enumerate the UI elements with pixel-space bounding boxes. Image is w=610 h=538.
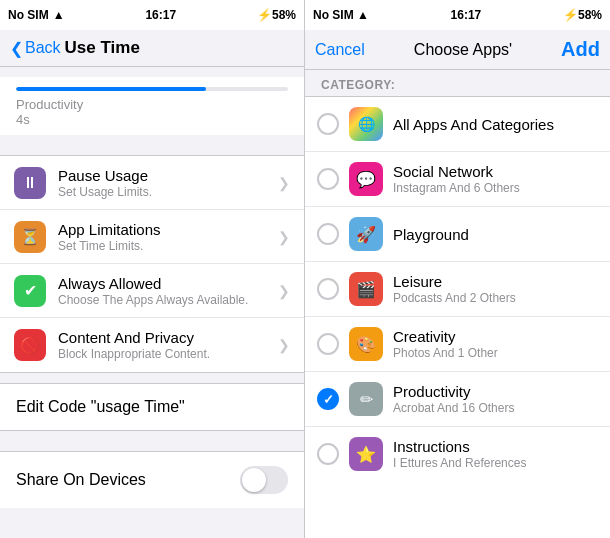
cancel-button[interactable]: Cancel — [315, 41, 365, 59]
left-battery: ⚡58% — [257, 8, 296, 22]
app-limitations-title: App Limitations — [58, 221, 278, 238]
chevron-left-icon: ❮ — [10, 39, 23, 58]
pause-usage-title: Pause Usage — [58, 167, 278, 184]
menu-section: ⏸ Pause Usage Set Usage Limits. ❯ ⏳ App … — [0, 155, 304, 373]
progress-track — [16, 87, 288, 91]
productivity-icon: ✏ — [349, 382, 383, 416]
creativity-icon: 🎨 — [349, 327, 383, 361]
share-devices-label: Share On Devices — [16, 471, 146, 489]
content-privacy-item[interactable]: 🚫 Content And Privacy Block Inappropriat… — [0, 318, 304, 372]
playground-title: Playground — [393, 226, 598, 243]
all-apps-text: All Apps And Categories — [393, 116, 598, 133]
right-panel: No SIM ▲ 16:17 ⚡58% Cancel Choose Apps' … — [305, 0, 610, 538]
app-limitations-item[interactable]: ⏳ App Limitations Set Time Limits. ❯ — [0, 210, 304, 264]
instructions-subtitle: I Ettures And References — [393, 456, 598, 470]
all-apps-title: All Apps And Categories — [393, 116, 598, 133]
no-sim-label: No SIM — [8, 8, 49, 22]
pause-usage-text: Pause Usage Set Usage Limits. — [58, 167, 278, 199]
right-status-right: ⚡58% — [563, 8, 602, 22]
app-limitations-icon: ⏳ — [14, 221, 46, 253]
always-allowed-icon: ✔ — [14, 275, 46, 307]
radio-leisure[interactable] — [317, 278, 339, 300]
category-leisure[interactable]: 🎬 Leisure Podcasts And 2 Others — [305, 262, 610, 317]
social-network-subtitle: Instagram And 6 Others — [393, 181, 598, 195]
left-status-left: No SIM ▲ — [8, 8, 65, 22]
category-instructions[interactable]: ⭐ Instructions I Ettures And References — [305, 427, 610, 481]
left-time: 16:17 — [145, 8, 176, 22]
spacer-3 — [0, 431, 304, 441]
left-nav-bar: ❮ Back Use Time — [0, 30, 304, 67]
pause-usage-subtitle: Set Usage Limits. — [58, 185, 278, 199]
playground-icon: 🚀 — [349, 217, 383, 251]
share-devices-toggle[interactable] — [240, 466, 288, 494]
pause-usage-item[interactable]: ⏸ Pause Usage Set Usage Limits. ❯ — [0, 156, 304, 210]
spacer-1 — [0, 135, 304, 145]
radio-creativity[interactable] — [317, 333, 339, 355]
category-productivity[interactable]: ✏ Productivity Acrobat And 16 Others — [305, 372, 610, 427]
right-nav-bar: Cancel Choose Apps' Add — [305, 30, 610, 70]
content-privacy-text: Content And Privacy Block Inappropriate … — [58, 329, 278, 361]
category-creativity[interactable]: 🎨 Creativity Photos And 1 Other — [305, 317, 610, 372]
chevron-icon-2: ❯ — [278, 229, 290, 245]
edit-code-label: Edit Code "usage Time" — [16, 398, 185, 416]
creativity-subtitle: Photos And 1 Other — [393, 346, 598, 360]
content-privacy-subtitle: Block Inappropriate Content. — [58, 347, 278, 361]
playground-text: Playground — [393, 226, 598, 243]
category-playground[interactable]: 🚀 Playground — [305, 207, 610, 262]
left-status-bar: No SIM ▲ 16:17 ⚡58% — [0, 0, 304, 30]
progress-fill — [16, 87, 206, 91]
radio-instructions[interactable] — [317, 443, 339, 465]
left-status-right: ⚡58% — [257, 8, 296, 22]
always-allowed-text: Always Allowed Choose The Apps Always Av… — [58, 275, 278, 307]
social-network-icon: 💬 — [349, 162, 383, 196]
productivity-title: Productivity — [393, 383, 598, 400]
productivity-text: Productivity Acrobat And 16 Others — [393, 383, 598, 415]
radio-social-network[interactable] — [317, 168, 339, 190]
wifi-icon: ▲ — [53, 8, 65, 22]
back-label: Back — [25, 39, 61, 57]
add-button[interactable]: Add — [561, 38, 600, 61]
creativity-title: Creativity — [393, 328, 598, 345]
spacer-2 — [0, 373, 304, 383]
leisure-subtitle: Podcasts And 2 Others — [393, 291, 598, 305]
chevron-icon-4: ❯ — [278, 337, 290, 353]
progress-value: 4s — [16, 112, 288, 127]
instructions-text: Instructions I Ettures And References — [393, 438, 598, 470]
right-battery: ⚡58% — [563, 8, 602, 22]
edit-code-item[interactable]: Edit Code "usage Time" — [0, 384, 304, 430]
leisure-text: Leisure Podcasts And 2 Others — [393, 273, 598, 305]
pause-usage-icon: ⏸ — [14, 167, 46, 199]
category-all-apps[interactable]: 🌐 All Apps And Categories — [305, 97, 610, 152]
radio-productivity[interactable] — [317, 388, 339, 410]
chevron-icon-1: ❯ — [278, 175, 290, 191]
category-social-network[interactable]: 💬 Social Network Instagram And 6 Others — [305, 152, 610, 207]
instructions-icon: ⭐ — [349, 437, 383, 471]
nav-title: Use Time — [65, 38, 140, 58]
instructions-title: Instructions — [393, 438, 598, 455]
choose-apps-title: Choose Apps' — [414, 41, 512, 59]
back-button[interactable]: ❮ Back — [10, 39, 61, 58]
content-privacy-title: Content And Privacy — [58, 329, 278, 346]
category-list: 🌐 All Apps And Categories 💬 Social Netwo… — [305, 96, 610, 538]
edit-code-section: Edit Code "usage Time" — [0, 383, 304, 431]
creativity-text: Creativity Photos And 1 Other — [393, 328, 598, 360]
leisure-title: Leisure — [393, 273, 598, 290]
leisure-icon: 🎬 — [349, 272, 383, 306]
right-status-bar: No SIM ▲ 16:17 ⚡58% — [305, 0, 610, 30]
social-network-text: Social Network Instagram And 6 Others — [393, 163, 598, 195]
right-no-sim-label: No SIM — [313, 8, 354, 22]
progress-section: Productivity 4s — [0, 77, 304, 135]
right-status-left: No SIM ▲ — [313, 8, 369, 22]
radio-playground[interactable] — [317, 223, 339, 245]
right-time: 16:17 — [451, 8, 482, 22]
always-allowed-title: Always Allowed — [58, 275, 278, 292]
content-privacy-icon: 🚫 — [14, 329, 46, 361]
social-network-title: Social Network — [393, 163, 598, 180]
left-panel: No SIM ▲ 16:17 ⚡58% ❮ Back Use Time Prod… — [0, 0, 305, 538]
app-limitations-subtitle: Set Time Limits. — [58, 239, 278, 253]
radio-all-apps[interactable] — [317, 113, 339, 135]
always-allowed-item[interactable]: ✔ Always Allowed Choose The Apps Always … — [0, 264, 304, 318]
share-devices-section: Share On Devices — [0, 451, 304, 508]
category-header: CATEGORY: — [305, 70, 610, 96]
productivity-subtitle: Acrobat And 16 Others — [393, 401, 598, 415]
